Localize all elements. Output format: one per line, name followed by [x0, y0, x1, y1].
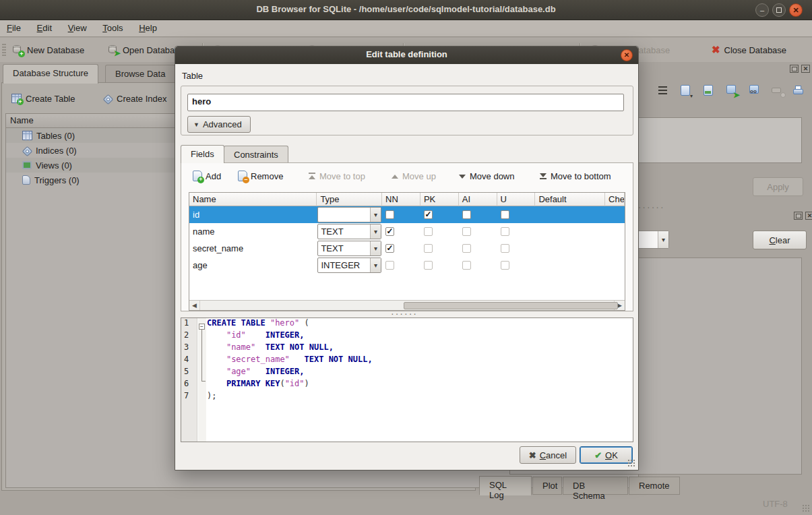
checkbox-pk[interactable]: [424, 244, 433, 253]
menu-help[interactable]: Help: [132, 20, 164, 36]
fields-grid-header[interactable]: NameTypeNNPKAIUDefaultCheck: [189, 193, 625, 206]
checkbox-ai[interactable]: [462, 227, 471, 236]
execute-icon[interactable]: ➤: [725, 85, 739, 97]
dialog-resize-grip[interactable]: [627, 459, 635, 467]
format-mode-icon[interactable]: [656, 85, 670, 97]
checkbox-ai[interactable]: [462, 261, 471, 270]
move-to-bottom-button[interactable]: Move to bottom: [537, 168, 614, 184]
checkbox-nn[interactable]: [385, 261, 394, 270]
apply-button[interactable]: Apply: [753, 177, 803, 196]
column-header-name[interactable]: Name: [189, 193, 317, 206]
column-header-pk[interactable]: PK: [420, 193, 459, 206]
remove-field-button[interactable]: – Remove: [235, 168, 286, 184]
dialog-titlebar[interactable]: Edit table definition ✕: [175, 47, 638, 64]
scrollbar-thumb[interactable]: [404, 302, 618, 309]
add-field-button[interactable]: + Add: [190, 168, 224, 184]
field-check-cell[interactable]: [605, 257, 625, 274]
tab-fields[interactable]: Fields: [181, 145, 224, 163]
move-up-button[interactable]: Move up: [389, 168, 439, 184]
field-type-combo[interactable]: TEXT▾: [317, 224, 381, 239]
tab-remote[interactable]: Remote: [629, 477, 680, 495]
export-cell-icon[interactable]: [702, 85, 716, 97]
checkbox-u[interactable]: [501, 210, 509, 219]
tab-constraints[interactable]: Constraints: [224, 146, 288, 163]
set-null-icon[interactable]: [771, 85, 784, 97]
sql-preview[interactable]: 1234567 − CREATE TABLE "hero" ( "id" INT…: [181, 317, 633, 442]
create-table-button[interactable]: + Create Table: [9, 90, 77, 107]
dock-float-button[interactable]: [790, 65, 799, 73]
tab-database-structure[interactable]: Database Structure: [3, 64, 98, 84]
fold-collapse-icon[interactable]: −: [199, 324, 205, 330]
field-default-cell[interactable]: [535, 206, 605, 223]
field-default-cell[interactable]: [535, 257, 605, 274]
close-database-button[interactable]: ✖ Close Database: [709, 40, 789, 59]
menu-view[interactable]: View: [61, 20, 94, 36]
create-index-button[interactable]: Create Index: [100, 90, 169, 107]
print-icon[interactable]: [792, 85, 806, 97]
field-default-cell[interactable]: [535, 223, 605, 240]
remove-field-icon: –: [238, 171, 247, 181]
column-header-check[interactable]: Check: [605, 193, 625, 206]
column-header-ai[interactable]: AI: [459, 193, 497, 206]
open-database-icon: ➤: [108, 44, 119, 55]
window-resize-grip[interactable]: [802, 504, 810, 512]
menu-edit[interactable]: Edit: [30, 20, 59, 36]
tab-sql-log[interactable]: SQL Log: [479, 476, 532, 495]
menu-file[interactable]: File: [0, 20, 28, 36]
move-down-button[interactable]: Move down: [456, 168, 517, 184]
field-row[interactable]: idINTEGER▾✓: [189, 206, 625, 223]
import-cell-icon[interactable]: ▾: [679, 85, 693, 97]
link-icon[interactable]: oo: [748, 85, 761, 97]
tab-browse-data[interactable]: Browse Data: [105, 65, 175, 84]
cancel-button[interactable]: ✖ Cancel: [520, 446, 576, 464]
tab-plot[interactable]: Plot: [532, 477, 562, 495]
checkbox-pk[interactable]: ✓: [424, 210, 433, 219]
field-default-cell[interactable]: [535, 240, 605, 257]
field-name-cell[interactable]: name: [189, 223, 317, 240]
tab-db-schema[interactable]: DB Schema: [563, 477, 628, 495]
dock-float-button[interactable]: [794, 212, 803, 220]
window-maximize-button[interactable]: [772, 3, 786, 17]
field-name-cell[interactable]: age: [189, 257, 317, 274]
window-titlebar[interactable]: DB Browser for SQLite - /home/user/code/…: [0, 0, 812, 20]
column-header-type[interactable]: Type: [317, 193, 382, 206]
checkbox-nn[interactable]: ✓: [385, 244, 394, 253]
dialog-close-button[interactable]: ✕: [621, 49, 633, 61]
checkbox-pk[interactable]: [424, 227, 433, 236]
table-name-input[interactable]: hero: [187, 94, 624, 111]
window-close-button[interactable]: ✕: [789, 3, 803, 17]
field-row[interactable]: ageINTEGER▾: [189, 257, 625, 274]
field-type-combo[interactable]: INTEGER▾: [317, 258, 381, 273]
field-type-combo[interactable]: INTEGER▾: [317, 207, 381, 222]
dock-close-button[interactable]: ✕: [805, 212, 812, 220]
new-database-button[interactable]: + New Database: [9, 40, 87, 59]
checkbox-u[interactable]: [501, 244, 509, 253]
field-check-cell[interactable]: [605, 223, 625, 240]
field-name-cell[interactable]: id: [189, 206, 317, 223]
clear-log-button[interactable]: Clear: [753, 231, 807, 249]
field-name-cell[interactable]: secret_name: [189, 240, 317, 257]
field-type-combo[interactable]: TEXT▾: [317, 241, 381, 256]
advanced-button[interactable]: ▼ Advanced: [187, 116, 251, 133]
checkbox-ai[interactable]: [462, 210, 471, 219]
checkbox-ai[interactable]: [462, 244, 471, 253]
checkbox-u[interactable]: [501, 227, 509, 236]
scroll-left-icon[interactable]: ◀: [189, 301, 200, 310]
menu-tools[interactable]: Tools: [96, 20, 129, 36]
column-header-default[interactable]: Default: [535, 193, 605, 206]
field-row[interactable]: secret_nameTEXT▾✓: [189, 240, 625, 257]
checkbox-nn[interactable]: [385, 210, 394, 219]
field-check-cell[interactable]: [605, 240, 625, 257]
field-check-cell[interactable]: [605, 206, 625, 223]
window-minimize-button[interactable]: –: [755, 3, 769, 17]
checkbox-u[interactable]: [501, 261, 509, 270]
move-to-top-button[interactable]: Move to top: [306, 168, 368, 184]
column-header-nn[interactable]: NN: [382, 193, 420, 206]
column-header-u[interactable]: U: [497, 193, 536, 206]
checkbox-nn[interactable]: ✓: [385, 227, 394, 236]
toolbar-grip[interactable]: [2, 43, 6, 57]
field-row[interactable]: nameTEXT▾✓: [189, 223, 625, 240]
ok-button[interactable]: ✔ OK: [580, 446, 633, 464]
dock-close-button[interactable]: ✕: [801, 65, 810, 73]
checkbox-pk[interactable]: [424, 261, 433, 270]
